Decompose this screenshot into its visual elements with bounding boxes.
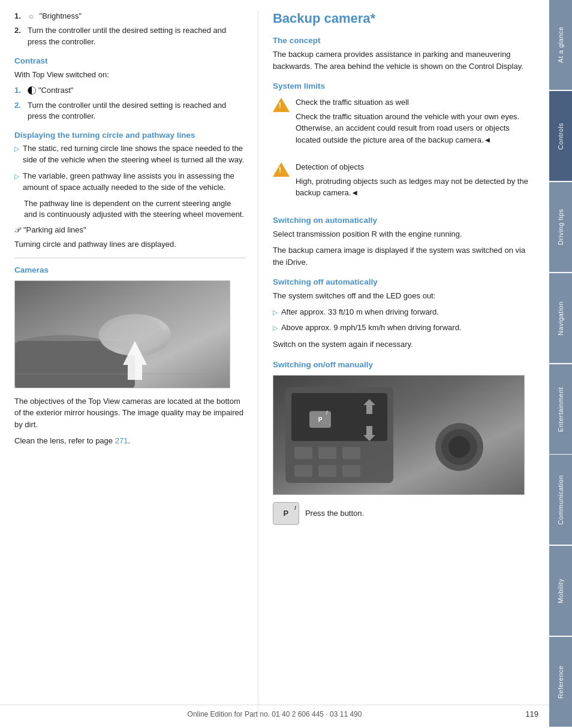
footer-text: Online Edition for Part no. 01 40 2 606 … (188, 710, 362, 718)
step1-contrast: 1. "Contrast" (14, 85, 246, 96)
warning2-detail: High, protruding objects such as ledges … (296, 176, 535, 199)
cameras-para: The objectives of the Top View cameras a… (14, 395, 246, 431)
svg-rect-14 (318, 465, 336, 477)
section-switch-on: Switching on automatically (273, 216, 535, 225)
sidebar: At a glance Controls Driving tips Naviga… (549, 0, 572, 728)
cameras-clean: Clean the lens, refer to page 271. (14, 435, 246, 447)
ref-parking: 𝒫 "Parking aid lines" (14, 225, 246, 235)
camera-image (14, 280, 230, 388)
switch-off-bullet-1: ▷ After approx. 33 ft/10 m when driving … (273, 307, 535, 318)
svg-text:P: P (318, 416, 323, 423)
sidebar-tab-entertainment[interactable]: Entertainment (549, 364, 572, 454)
switch-off-bullet-2: ▷ Above approx. 9 mph/15 km/h when drivi… (273, 322, 535, 334)
section-concept: The concept (273, 36, 535, 45)
section-contrast: Contrast (14, 56, 246, 65)
section-manual: Switching on/off manually (273, 360, 535, 369)
bullet-arrow-off-2: ▷ (273, 324, 278, 333)
switch-on-para1: Select transmission position R with the … (273, 228, 535, 240)
camera-image-inner (15, 281, 230, 388)
camera-svg (15, 281, 230, 388)
contrast-icon (28, 86, 36, 95)
switch-off-intro: The system switches off and the LED goes… (273, 290, 535, 302)
press-button-text: Press the button. (305, 508, 364, 519)
bullet-turning-1: ▷ The static, red turning circle line sh… (14, 143, 246, 166)
page-271-link[interactable]: 271 (115, 436, 128, 445)
sidebar-tab-controls[interactable]: Controls (549, 91, 572, 181)
step1-brightness: 1. ☼ "Brightness" (14, 11, 246, 22)
bullet-arrow-1: ▷ (14, 144, 19, 154)
warning-box-1: Check the traffic situation as well Chec… (273, 94, 535, 153)
svg-point-18 (448, 436, 470, 458)
svg-rect-9 (291, 393, 387, 441)
sidebar-tab-mobility[interactable]: Mobility (549, 546, 572, 636)
parking-button-icon: P / (273, 502, 299, 525)
section-turning: Displaying the turning circle and pathwa… (14, 131, 246, 140)
warning1-text: Check the traffic situation as well (296, 96, 535, 108)
p-label: P (284, 509, 289, 518)
bullet-turning-2: ▷ The variable, green pathway line assis… (14, 171, 246, 194)
section-switch-off: Switching off automatically (273, 277, 535, 286)
sidebar-tab-driving-tips[interactable]: Driving tips (549, 182, 572, 272)
sun-icon: ☼ (28, 11, 35, 22)
section-cameras: Cameras (14, 265, 246, 274)
bullet-arrow-2: ▷ (14, 172, 19, 182)
warning1-detail: Check the traffic situation around the v… (296, 111, 535, 146)
switch-off-note: Switch on the system again if necessary. (273, 339, 535, 351)
step2-brightness: 2. Turn the controller until the desired… (14, 25, 246, 48)
parking-ref-icon: 𝒫 (14, 225, 20, 235)
with-top-view: With Top View switched on: (14, 69, 246, 81)
indent-para: The pathway line is dependent on the cur… (24, 198, 246, 221)
divider (14, 258, 246, 258)
svg-rect-11 (318, 447, 336, 459)
main-heading: Backup camera* (273, 11, 535, 26)
sidebar-tab-communication[interactable]: Communication (549, 455, 572, 545)
idrive-image: P / (273, 375, 525, 495)
warning-box-2: Detection of objects High, protruding ob… (273, 159, 535, 206)
sidebar-tab-at-a-glance[interactable]: At a glance (549, 0, 572, 90)
warning-icon-1 (273, 98, 290, 112)
switch-on-para2: The backup camera image is displayed if … (273, 244, 535, 268)
section-system: System limits (273, 81, 535, 90)
warning2-text: Detection of objects (296, 161, 535, 173)
step2-contrast: 2. Turn the controller until the desired… (14, 100, 246, 123)
bullet-arrow-off-1: ▷ (273, 308, 278, 318)
idrive-svg: P / (273, 375, 524, 495)
page-footer: Online Edition for Part no. 01 40 2 606 … (0, 705, 549, 718)
sidebar-tab-reference[interactable]: Reference (549, 637, 572, 727)
sidebar-tab-navigation[interactable]: Navigation (549, 273, 572, 363)
svg-rect-12 (342, 447, 360, 459)
svg-rect-10 (294, 447, 312, 459)
slash-icon: / (294, 505, 296, 511)
turning-summary: Turning circle and pathway lines are dis… (14, 238, 246, 250)
svg-rect-15 (342, 465, 360, 477)
concept-para: The backup camera provides assistance in… (273, 49, 535, 72)
press-button-row: P / Press the button. (273, 502, 535, 525)
page-number: 119 (525, 709, 538, 718)
svg-rect-13 (294, 465, 312, 477)
warning-icon-2 (273, 162, 290, 177)
